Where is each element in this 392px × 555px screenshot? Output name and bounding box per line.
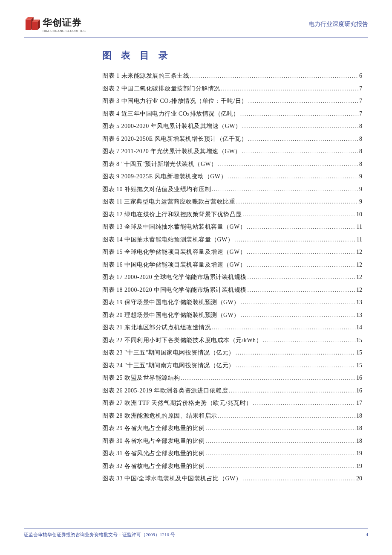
toc-entry-page: 15 (356, 337, 362, 343)
toc-leader-dots (241, 300, 355, 305)
toc-entry-label: 图表 6 2020-2050E 风电新增装机增长预计（亿千瓦） (102, 136, 247, 142)
toc-entry-page: 20 (356, 476, 362, 482)
toc-leader-dots (236, 350, 355, 355)
page-footer: 证监会审核华创证券投资咨询业务资格批文号：证监许可（2009）1210 号 4 (24, 529, 368, 538)
toc-entry-page: 15 (356, 350, 362, 356)
toc-leader-dots (241, 313, 355, 318)
toc-leader-dots (206, 439, 356, 444)
toc-leader-dots (221, 86, 359, 91)
toc-entry-page: 15 (356, 363, 362, 369)
toc-entry-page: 19 (356, 450, 362, 456)
toc-entry-label: 图表 31 各省风光占全部发电量的比例 (102, 450, 205, 456)
toc-row: 图表 16 中国电化学储能项目装机容量及增速（GW）12 (102, 262, 362, 268)
toc-entry-page: 8 (359, 161, 362, 167)
toc-entry-label: 图表 29 各省火电占全部发电量的比例 (102, 425, 205, 431)
toc-entry-label: 图表 26 2005-2019 年欧洲各类资源进口依赖度 (102, 388, 228, 394)
toc-row: 图表 12 绿电在煤价上行和双控政策背景下优势凸显10 (102, 212, 362, 218)
toc-entry-label: 图表 3 中国电力行业 CO₂排放情况（单位：千吨/日） (102, 98, 248, 104)
toc-entry-label: 图表 2 中国二氧化碳排放量按部门分解情况 (102, 86, 220, 92)
toc-entry-label: 图表 24 "十三五"期间南方电网投资情况（亿元） (102, 363, 235, 369)
toc-leader-dots (248, 137, 358, 142)
toc-leader-dots (206, 451, 356, 456)
toc-entry-page: 12 (356, 249, 362, 255)
toc-entry-page: 7 (359, 86, 362, 92)
toc-entry-label: 图表 33 中国/全球水电装机及中国装机占比（GW） (102, 476, 242, 482)
toc-leader-dots (234, 237, 355, 242)
toc-row: 图表 18 2000-2020 中国电化学储能市场累计装机规模12 (102, 287, 362, 293)
toc-row: 图表 33 中国/全球水电装机及中国装机占比（GW）20 (102, 476, 362, 482)
toc-row: 图表 5 2000-2020 年风电累计装机及其增速（GW）8 (102, 123, 362, 129)
toc-row: 图表 1 未来能源发展的三条主线6 (102, 73, 362, 79)
svg-marker-3 (32, 22, 37, 30)
toc-entry-page: 9 (359, 186, 362, 192)
toc-entry-label: 图表 17 2000-2020 全球电化学储能市场累计装机规模 (102, 274, 247, 280)
toc-leader-dots (236, 199, 358, 204)
page-number: 4 (366, 532, 369, 538)
toc-row: 图表 17 2000-2020 全球电化学储能市场累计装机规模12 (102, 274, 362, 280)
report-type-label: 电力行业深度研究报告 (308, 20, 368, 28)
toc-row: 图表 19 保守场景中国电化学储能装机预测（GW）13 (102, 299, 362, 305)
toc-entry-label: 图表 25 欧盟及世界能源结构 (102, 375, 180, 381)
toc-entry-label: 图表 15 全球电化学储能项目装机容量及增速（GW） (102, 249, 246, 255)
toc-entry-page: 9 (359, 174, 362, 180)
toc-row: 图表 8 "十四五"预计新增光伏装机（GW）8 (102, 161, 362, 167)
toc-row: 图表 14 中国抽水蓄能电站预测装机容量（GW）11 (102, 237, 362, 243)
logo-text: 华创证券 HUA CHUANG SECURITIES (43, 16, 86, 32)
toc-leader-dots (212, 325, 355, 330)
toc-entry-page: 16 (356, 375, 362, 381)
logo-icon (24, 17, 40, 32)
toc-row: 图表 3 中国电力行业 CO₂排放情况（单位：千吨/日）7 (102, 98, 362, 104)
page-header: 华创证券 HUA CHUANG SECURITIES 电力行业深度研究报告 (0, 0, 392, 38)
toc-entry-label: 图表 5 2000-2020 年风电累计装机及其增速（GW） (102, 123, 242, 129)
toc-entry-label: 图表 8 "十四五"预计新增光伏装机（GW） (102, 161, 217, 167)
toc-entry-label: 图表 7 2011-2020 年光伏累计装机及其增速（GW） (102, 148, 241, 154)
toc-leader-dots (248, 99, 358, 104)
toc-leader-dots (228, 174, 358, 179)
toc-row: 图表 29 各省火电占全部发电量的比例18 (102, 425, 362, 431)
toc-entry-label: 图表 22 不同利用小时下各类储能技术度电成本（元/kWh） (102, 337, 262, 343)
toc-leader-dots (263, 338, 355, 343)
toc-leader-dots (247, 250, 355, 255)
logo-text-en: HUA CHUANG SECURITIES (43, 29, 86, 32)
toc-title: 图 表 目 录 (102, 49, 362, 62)
toc-entry-page: 11 (357, 224, 362, 230)
toc-entry-label: 图表 30 各省水电占全部发电量的比例 (102, 438, 205, 444)
toc-entry-label: 图表 19 保守场景中国电化学储能装机预测（GW） (102, 299, 240, 305)
toc-row: 图表 26 2005-2019 年欧洲各类资源进口依赖度16 (102, 388, 362, 394)
toc-row: 图表 23 "十三五"期间国家电网投资情况（亿元）15 (102, 350, 362, 356)
toc-entry-label: 图表 11 三家典型电力运营商应收账款占营收比重 (102, 199, 235, 205)
toc-row: 图表 13 全球及中国纯抽水蓄能电站装机容量（GW）11 (102, 224, 362, 230)
toc-entry-page: 18 (356, 413, 362, 419)
toc-entry-page: 9 (359, 199, 362, 205)
toc-leader-dots (248, 288, 355, 293)
svg-marker-0 (26, 20, 31, 30)
toc-row: 图表 32 各省核电占全部发电量的比例19 (102, 463, 362, 469)
toc-entry-label: 图表 12 绿电在煤价上行和双控政策背景下优势凸显 (102, 212, 242, 218)
toc-row: 图表 11 三家典型电力运营商应收账款占营收比重9 (102, 199, 362, 205)
footer-rule (24, 529, 368, 529)
toc-entry-page: 13 (356, 312, 362, 318)
toc-entry-page: 16 (356, 388, 362, 394)
toc-row: 图表 4 近三年中国电力行业 CO₂排放情况（亿吨）7 (102, 111, 362, 117)
toc-leader-dots (243, 212, 356, 217)
toc-entry-label: 图表 18 2000-2020 中国电化学储能市场累计装机规模 (102, 287, 247, 293)
toc-row: 图表 15 全球电化学储能项目装机容量及增速（GW）12 (102, 249, 362, 255)
toc-leader-dots (236, 363, 355, 368)
toc-entry-page: 8 (359, 123, 362, 129)
toc-entry-label: 图表 16 中国电化学储能项目装机容量及增速（GW） (102, 262, 246, 268)
toc-row: 图表 9 2009-2025E 风电新增装机变动（GW）9 (102, 174, 362, 180)
toc-row: 图表 30 各省水电占全部发电量的比例18 (102, 438, 362, 444)
toc-leader-dots (253, 401, 355, 406)
toc-row: 图表 21 东北地区部分试点机组改造情况14 (102, 325, 362, 331)
toc-leader-dots (247, 224, 355, 230)
toc-row: 图表 6 2020-2050E 风电新增装机增长预计（亿千瓦）8 (102, 136, 362, 142)
toc-leader-dots (190, 73, 358, 78)
toc-entry-page: 18 (356, 438, 362, 444)
toc-entry-page: 7 (359, 111, 362, 117)
toc-row: 图表 28 欧洲能源危机的原因、结果和启示18 (102, 413, 362, 419)
footer-disclaimer: 证监会审核华创证券投资咨询业务资格批文号：证监许可（2009）1210 号 (24, 532, 175, 538)
toc-entry-label: 图表 23 "十三五"期间国家电网投资情况（亿元） (102, 350, 235, 356)
toc-entry-page: 11 (357, 237, 362, 243)
toc-leader-dots (229, 388, 355, 393)
toc-leader-dots (242, 149, 358, 154)
